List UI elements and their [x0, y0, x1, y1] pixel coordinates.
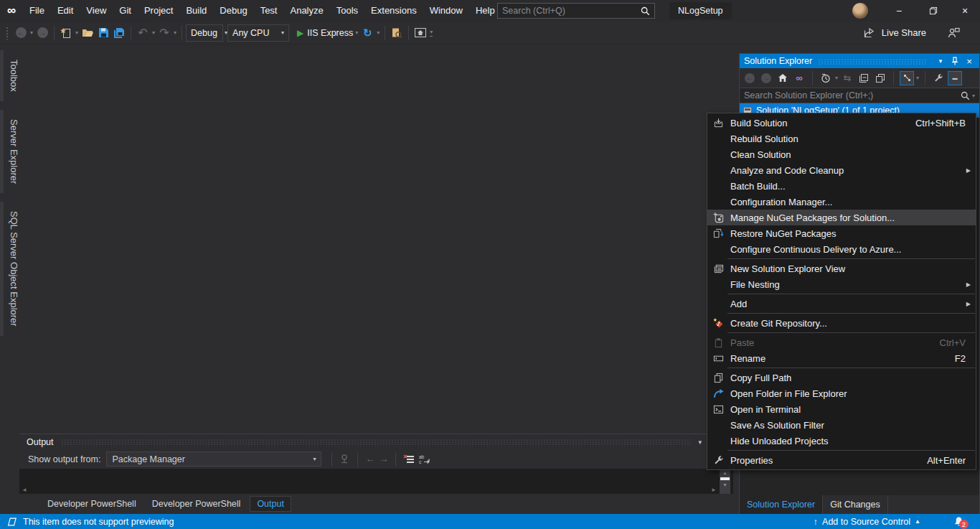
sync-with-active-document-icon[interactable]: ⇆: [840, 71, 854, 85]
switch-views-button[interactable]: ∞: [792, 71, 806, 85]
close-icon[interactable]: ×: [963, 56, 975, 67]
menu-item-restore-nuget-packages[interactable]: Restore NuGet Packages: [707, 225, 976, 241]
save-button[interactable]: [96, 24, 110, 42]
sync-selection-dropdown-icon[interactable]: ▾: [916, 75, 919, 81]
filter-dropdown-icon[interactable]: ▾: [835, 75, 838, 81]
undo-button[interactable]: ↶: [136, 24, 150, 42]
sidebar-tab-sql-server-object-explorer[interactable]: SQL Server Object Explorer: [0, 202, 19, 336]
menu-item-hide-unloaded-projects[interactable]: Hide Unloaded Projects: [707, 433, 976, 449]
global-search-box[interactable]: [497, 3, 655, 19]
menu-item-configure-continuous-delivery[interactable]: Configure Continuous Delivery to Azure..…: [707, 241, 976, 257]
run-target-dropdown-icon[interactable]: ▾: [355, 29, 358, 36]
solution-explorer-search-input[interactable]: [744, 90, 961, 100]
output-source-combo[interactable]: Package Manager ▾: [106, 451, 321, 467]
solution-explorer-search-box[interactable]: ▾: [740, 88, 979, 103]
feedback-icon[interactable]: [948, 27, 960, 38]
scrollbar-thumb[interactable]: [720, 477, 730, 480]
user-avatar[interactable]: [852, 3, 868, 19]
previous-message-icon[interactable]: ←: [365, 454, 374, 464]
close-button[interactable]: ×: [953, 0, 977, 22]
menu-item-manage-nuget-packages[interactable]: Manage NuGet Packages for Solution...: [707, 210, 976, 225]
menu-item-open-in-terminal[interactable]: Open in Terminal: [707, 401, 976, 417]
find-message-in-code-icon[interactable]: [339, 454, 350, 464]
sync-selection-button[interactable]: [900, 71, 914, 85]
back-dropdown-icon[interactable]: ▾: [30, 29, 33, 36]
tab-git-changes[interactable]: Git Changes: [823, 495, 887, 514]
live-share-label[interactable]: Live Share: [882, 27, 926, 38]
word-wrap-icon[interactable]: abc: [419, 454, 431, 464]
menu-analyze[interactable]: Analyze: [283, 0, 329, 22]
menu-item-create-git-repository[interactable]: Create Git Repository...: [707, 315, 976, 331]
notifications-button[interactable]: 2: [953, 516, 964, 527]
solution-explorer-title-bar[interactable]: Solution Explorer ▾ ×: [740, 54, 979, 68]
source-control-menu-icon[interactable]: ▲: [915, 518, 920, 525]
menu-item-rebuild-solution[interactable]: Rebuild Solution: [707, 131, 976, 146]
menu-extensions[interactable]: Extensions: [364, 0, 423, 22]
menu-build[interactable]: Build: [179, 0, 213, 22]
window-position-menu-icon[interactable]: ▾: [935, 57, 946, 65]
sidebar-tab-server-explorer[interactable]: Server Explorer: [0, 110, 19, 193]
sidebar-tab-toolbox[interactable]: Toolbox: [0, 50, 19, 101]
properties-button[interactable]: [931, 71, 946, 85]
start-debug-button[interactable]: ▶ IIS Express: [297, 24, 353, 42]
menu-item-file-nesting[interactable]: File Nesting ▶: [707, 276, 976, 292]
panel-drag-texture[interactable]: [818, 58, 926, 65]
clear-all-icon[interactable]: [403, 454, 415, 464]
scroll-down-icon[interactable]: ▼: [722, 481, 727, 489]
menu-item-build-solution[interactable]: Build Solution Ctrl+Shift+B: [707, 115, 976, 131]
menu-tools[interactable]: Tools: [330, 0, 364, 22]
output-text-area[interactable]: ▲ ▼ ◄ ►: [19, 469, 733, 495]
collapse-all-button[interactable]: [857, 71, 871, 85]
back-button[interactable]: ←: [743, 71, 757, 85]
menu-item-add[interactable]: Add ▶: [707, 296, 976, 312]
pending-changes-filter-button[interactable]: [819, 71, 833, 85]
pin-icon[interactable]: [949, 57, 961, 65]
new-project-button[interactable]: [59, 24, 73, 42]
solution-configuration-combo[interactable]: Debug ▾: [186, 24, 223, 42]
find-in-files-button[interactable]: [390, 24, 404, 42]
menu-item-configuration-manager[interactable]: Configuration Manager...: [707, 194, 976, 210]
toolbar-overflow-icon[interactable]: ▾: [430, 29, 433, 37]
scroll-left-icon[interactable]: ◄: [22, 487, 27, 493]
menu-debug[interactable]: Debug: [213, 0, 253, 22]
menu-item-clean-solution[interactable]: Clean Solution: [707, 146, 976, 162]
open-file-button[interactable]: [80, 24, 95, 42]
panel-drag-texture[interactable]: [61, 439, 692, 445]
menu-item-batch-build[interactable]: Batch Build...: [707, 178, 976, 194]
redo-dropdown-icon[interactable]: ▾: [174, 29, 176, 36]
navigate-forward-button[interactable]: →: [35, 24, 50, 42]
menu-item-open-folder-in-file-explorer[interactable]: Open Folder in File Explorer: [707, 385, 976, 401]
solution-platform-combo[interactable]: Any CPU ▾: [227, 24, 289, 42]
menu-edit[interactable]: Edit: [51, 0, 80, 22]
add-to-source-control-button[interactable]: Add to Source Control: [822, 517, 910, 527]
forward-button[interactable]: →: [759, 71, 773, 85]
menu-project[interactable]: Project: [138, 0, 179, 22]
menu-test[interactable]: Test: [254, 0, 284, 22]
minimize-button[interactable]: −: [887, 0, 911, 22]
refresh-dropdown-icon[interactable]: ▾: [377, 29, 380, 36]
menu-item-analyze-and-code-cleanup[interactable]: Analyze and Code Cleanup ▶: [707, 162, 976, 178]
scroll-right-icon[interactable]: ►: [711, 487, 717, 493]
menu-item-copy-full-path[interactable]: Copy Full Path: [707, 370, 976, 385]
refresh-button[interactable]: ↻: [360, 24, 374, 42]
web-preview-button[interactable]: [413, 24, 428, 42]
menu-item-properties[interactable]: Properties Alt+Enter: [707, 452, 976, 468]
next-message-icon[interactable]: →: [379, 454, 388, 464]
menu-item-save-as-solution-filter[interactable]: Save As Solution Filter: [707, 417, 976, 433]
menu-item-new-solution-explorer-view[interactable]: New Solution Explorer View: [707, 261, 976, 276]
navigate-back-button[interactable]: ←: [14, 24, 28, 42]
menu-item-paste[interactable]: Paste Ctrl+V: [707, 334, 976, 350]
menu-item-rename[interactable]: Rename F2: [707, 350, 976, 366]
save-all-button[interactable]: [112, 24, 126, 42]
toolbar-drag-handle[interactable]: [6, 27, 9, 39]
redo-button[interactable]: ↷: [157, 24, 171, 42]
tab-solution-explorer[interactable]: Solution Explorer: [740, 495, 823, 514]
show-all-files-button[interactable]: [873, 71, 887, 85]
restore-button[interactable]: [921, 0, 946, 22]
new-project-dropdown-icon[interactable]: ▾: [75, 29, 78, 36]
output-vertical-scrollbar[interactable]: ▲ ▼: [720, 469, 730, 495]
menu-git[interactable]: Git: [113, 0, 138, 22]
preview-selected-items-button[interactable]: ▬: [948, 71, 962, 85]
home-button[interactable]: [776, 71, 790, 85]
global-search-input[interactable]: [498, 6, 636, 16]
